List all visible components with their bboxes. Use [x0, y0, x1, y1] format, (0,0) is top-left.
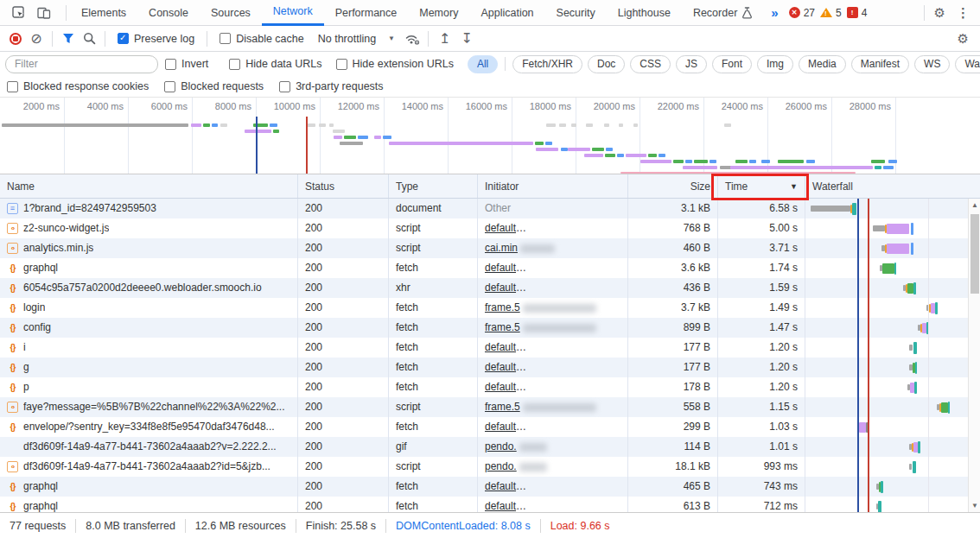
table-row[interactable]: ‹›analytics.min.js200scriptcai.min460 B3… — [0, 238, 980, 258]
export-har-icon[interactable]: ↧ — [455, 28, 477, 49]
scroll-up-icon[interactable]: ▲ — [969, 199, 980, 212]
scrollbar-thumb[interactable] — [970, 214, 979, 294]
table-row[interactable]: {}login200fetchframe.53.7 kB1.49 s — [0, 298, 980, 318]
vertical-scrollbar[interactable]: ▲ ▼ — [968, 199, 980, 512]
clear-button[interactable]: ⊘ — [26, 28, 47, 49]
initiator-link[interactable]: default — [485, 361, 526, 373]
filter-chip-fetch-xhr[interactable]: Fetch/XHR — [512, 55, 582, 73]
column-header-size[interactable]: Size — [628, 174, 718, 198]
table-row[interactable]: {}graphql200fetchdefault613 B712 ms — [0, 497, 980, 512]
filter-chip-doc[interactable]: Doc — [588, 55, 625, 73]
network-conditions-icon[interactable] — [402, 28, 423, 49]
cell-name: {}graphql — [0, 477, 298, 497]
table-row[interactable]: {}p200fetchdefault178 B1.20 s — [0, 377, 980, 397]
blocked-response-cookies-checkbox[interactable]: Blocked response cookies — [7, 80, 149, 92]
tab-recorder[interactable]: Recorder — [682, 0, 764, 26]
network-overview-timeline[interactable]: 2000 ms4000 ms6000 ms8000 ms10000 ms1200… — [0, 98, 980, 174]
tab-performance[interactable]: Performance — [324, 0, 409, 26]
tab-sources[interactable]: Sources — [200, 0, 262, 26]
table-row[interactable]: ‹›df3d609f-14a9-4a77-b441-73602a4aaab2?i… — [0, 457, 980, 477]
table-row[interactable]: {}graphql200fetchdefault465 B743 ms — [0, 477, 980, 497]
table-row[interactable]: ‹›faye?message=%5B%7B%22channel%22%3A%22… — [0, 397, 980, 417]
blocked-requests-label: Blocked requests — [181, 80, 264, 92]
overview-request-bar — [203, 123, 210, 127]
invert-checkbox[interactable]: Invert — [165, 58, 208, 70]
table-row[interactable]: df3d609f-14a9-4a77-b441-73602a4aaab2?v=2… — [0, 437, 980, 457]
filter-chip-font[interactable]: Font — [712, 55, 752, 73]
filter-input[interactable] — [5, 55, 158, 73]
column-header-time[interactable]: Time ▼ — [718, 174, 805, 198]
column-header-name[interactable]: Name — [0, 174, 298, 198]
blocked-requests-checkbox[interactable]: Blocked requests — [164, 80, 264, 92]
tab-lighthouse[interactable]: Lighthouse — [607, 0, 682, 26]
import-har-icon[interactable]: ↥ — [434, 28, 455, 49]
table-row[interactable]: {}envelope/?sentry_key=334f8e8f5e95470da… — [0, 417, 980, 437]
warning-badge[interactable]: 5 — [820, 7, 842, 19]
column-header-waterfall[interactable]: Waterfall — [805, 174, 980, 198]
preserve-log-checkbox[interactable]: Preserve log — [118, 33, 194, 45]
table-row[interactable]: {}g200fetchdefault177 B1.20 s — [0, 358, 980, 377]
filter-chip-all[interactable]: All — [468, 55, 498, 73]
initiator-link[interactable]: pendo. — [485, 440, 517, 453]
initiator-link[interactable]: default — [485, 480, 526, 492]
filter-chip-manifest[interactable]: Manifest — [851, 55, 909, 73]
initiator-link[interactable]: default — [485, 381, 526, 393]
inspect-element-icon[interactable] — [7, 3, 29, 23]
table-row[interactable]: ‹›z2-sunco-widget.js200scriptdefault768 … — [0, 218, 980, 238]
tab-network[interactable]: Network — [262, 0, 324, 26]
3rd-party-requests-checkbox[interactable]: 3rd-party requests — [279, 80, 383, 92]
table-row[interactable]: {}config200fetchframe.5899 B1.47 s — [0, 318, 980, 338]
initiator-link[interactable]: frame.5 — [485, 321, 520, 333]
initiator-link[interactable]: frame.5 — [485, 401, 520, 413]
hide-data-urls-checkbox[interactable]: Hide data URLs — [229, 58, 321, 70]
redacted-initiator — [519, 344, 628, 352]
device-toolbar-icon[interactable] — [33, 3, 55, 23]
tab-application[interactable]: Application — [469, 0, 544, 26]
initiator-link[interactable]: default — [485, 341, 526, 353]
initiator-link[interactable]: frame.5 — [485, 301, 520, 313]
throttling-dropdown[interactable]: No throttling ▼ — [318, 33, 395, 45]
filter-chip-css[interactable]: CSS — [630, 55, 671, 73]
initiator-link[interactable]: default — [485, 282, 526, 294]
disable-cache-checkbox[interactable]: Disable cache — [220, 33, 304, 45]
hide-extension-urls-checkbox[interactable]: Hide extension URLs — [336, 58, 454, 70]
table-row[interactable]: {}graphql200fetchdefault3.6 kB1.74 s — [0, 258, 980, 278]
issues-badge[interactable]: ! 4 — [847, 7, 868, 19]
tab-console[interactable]: Console — [137, 0, 200, 26]
record-button[interactable] — [5, 28, 26, 49]
settings-gear-icon[interactable]: ⚙ — [928, 5, 951, 21]
table-row[interactable]: {}i200fetchdefault177 B1.20 s — [0, 338, 980, 358]
initiator-link[interactable]: default — [485, 500, 526, 512]
initiator-link[interactable]: pendo. — [485, 460, 517, 472]
filter-chip-img[interactable]: Img — [757, 55, 793, 73]
filter-chip-ws[interactable]: WS — [914, 55, 950, 73]
search-icon[interactable] — [79, 28, 99, 49]
network-settings-gear-icon[interactable]: ⚙ — [951, 28, 975, 49]
column-header-status[interactable]: Status — [298, 174, 389, 198]
fetch-type-icon: {} — [7, 282, 18, 294]
filter-toggle-icon[interactable] — [58, 28, 79, 49]
filter-chip-js[interactable]: JS — [676, 55, 707, 73]
tab-memory[interactable]: Memory — [408, 0, 469, 26]
cell-size: 177 B — [628, 358, 718, 377]
tab-elements[interactable]: Elements — [70, 0, 137, 26]
initiator-link[interactable]: default — [485, 222, 526, 234]
overview-tick-label: 10000 ms — [274, 101, 320, 111]
column-header-initiator[interactable]: Initiator — [478, 174, 628, 198]
filter-chip-wasm[interactable]: Wasm — [955, 55, 980, 73]
kebab-menu-icon[interactable]: ⋮ — [951, 5, 975, 21]
checkbox-checked-icon — [118, 33, 129, 44]
column-header-type[interactable]: Type — [389, 174, 478, 198]
filter-chip-media[interactable]: Media — [799, 55, 846, 73]
overview-request-bar — [871, 160, 885, 163]
initiator-link[interactable]: default — [485, 262, 526, 274]
initiator-link[interactable]: default — [485, 421, 526, 433]
more-tabs-icon[interactable]: » — [764, 5, 785, 20]
error-badge[interactable]: ✕ 27 — [789, 7, 815, 19]
cell-size: 436 B — [628, 278, 718, 298]
tab-security[interactable]: Security — [545, 0, 607, 26]
scroll-down-icon[interactable]: ▼ — [969, 499, 980, 512]
table-row[interactable]: {}6054c95a757a0200d2deeee0.webloader.smo… — [0, 278, 980, 298]
initiator-link[interactable]: cai.min — [485, 242, 518, 254]
table-row[interactable]: ≡1?brand_id=8249742959503200documentOthe… — [0, 199, 980, 218]
